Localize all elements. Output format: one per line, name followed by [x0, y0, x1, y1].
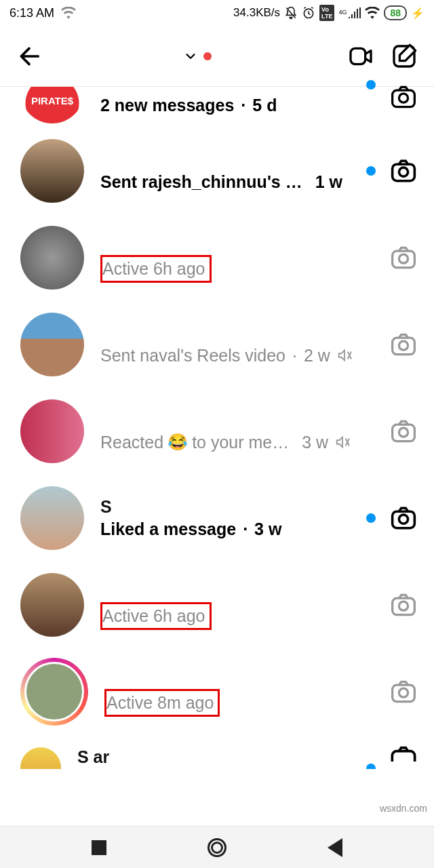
chat-username — [100, 233, 388, 255]
svg-point-8 — [399, 254, 408, 263]
camera-button[interactable] — [388, 329, 419, 360]
chat-content: Sent naval's Reels video · 2 w — [84, 322, 388, 368]
chat-preview: Active 8m ago — [104, 689, 388, 717]
status-bar: 6:13 AM 34.3KB/s VoLTE 4G 88 ⚡ — [0, 0, 434, 26]
active-status-highlight: Active 6h ago — [100, 602, 212, 630]
avatar[interactable] — [20, 313, 84, 376]
camera-button[interactable] — [388, 242, 419, 273]
back-button-nav[interactable] — [328, 838, 342, 857]
camera-button[interactable] — [388, 676, 419, 707]
muted-icon — [332, 435, 350, 450]
unread-dot — [366, 764, 376, 769]
avatar[interactable] — [20, 139, 84, 203]
compose-button[interactable] — [389, 41, 419, 71]
chat-preview: Sent naval's Reels video · 2 w — [100, 344, 388, 368]
svg-rect-1 — [351, 48, 366, 64]
chat-username — [100, 149, 361, 170]
chat-preview: 2 new messages · 5 d — [100, 94, 361, 117]
chat-preview: Liked a message · 3 w — [100, 517, 361, 541]
camera-button[interactable] — [388, 416, 419, 447]
chat-content: S ar — [61, 746, 361, 768]
svg-point-14 — [399, 515, 408, 524]
chat-row[interactable]: 2 new messages · 5 d — [0, 87, 434, 127]
chat-content: Sent rajesh_chinnuu's … 1 w — [84, 149, 361, 194]
camera-button[interactable] — [388, 589, 419, 620]
unread-dot — [366, 80, 376, 90]
avatar[interactable] — [20, 87, 84, 123]
charging-icon: ⚡ — [411, 7, 425, 20]
chat-username: S ar — [77, 746, 361, 768]
svg-point-6 — [399, 167, 408, 176]
avatar[interactable] — [20, 226, 84, 290]
svg-point-12 — [399, 428, 408, 437]
chat-username — [100, 409, 388, 431]
android-nav-bar — [0, 826, 434, 868]
chat-preview: Reacted 😂 to your me… 3 w — [100, 431, 388, 454]
unread-dot — [366, 166, 376, 176]
home-button[interactable] — [208, 838, 226, 857]
chat-username: S — [100, 496, 361, 517]
recents-button[interactable] — [92, 840, 106, 855]
chat-content: Reacted 😂 to your me… 3 w — [84, 409, 388, 454]
avatar[interactable] — [20, 747, 61, 769]
camera-button[interactable] — [388, 502, 419, 534]
svg-point-16 — [399, 601, 408, 610]
unread-dot — [366, 513, 376, 523]
chat-content: 2 new messages · 5 d — [84, 94, 361, 117]
video-call-button[interactable] — [346, 41, 376, 71]
chat-row[interactable]: Active 8m ago — [0, 648, 434, 735]
svg-point-10 — [399, 341, 408, 350]
chat-list[interactable]: 2 new messages · 5 d Sent rajesh_chinnuu… — [0, 87, 434, 769]
camera-button[interactable] — [388, 155, 419, 186]
signal-icon: 4G — [338, 7, 361, 18]
chat-row[interactable]: S Liked a message · 3 w — [0, 475, 434, 561]
chat-row[interactable]: Sent naval's Reels video · 2 w — [0, 301, 434, 388]
chat-username — [100, 580, 388, 602]
active-status-highlight: Active 8m ago — [104, 689, 220, 717]
chat-content: S Liked a message · 3 w — [84, 496, 361, 541]
avatar[interactable] — [20, 486, 84, 550]
chat-content: Active 6h ago — [84, 233, 388, 283]
account-switcher[interactable] — [57, 49, 332, 64]
battery-indicator: 88 — [384, 5, 407, 20]
camera-button[interactable] — [388, 81, 419, 113]
chat-row[interactable]: Active 6h ago — [0, 214, 434, 301]
avatar-with-story[interactable] — [20, 658, 88, 726]
chat-username — [104, 667, 388, 689]
data-rate: 34.3KB/s — [233, 6, 280, 20]
chevron-down-icon — [183, 49, 198, 64]
chat-content: Active 6h ago — [84, 580, 388, 630]
muted-icon — [334, 348, 352, 363]
volte-icon: VoLTE — [319, 5, 334, 21]
battery-percent: 88 — [390, 7, 401, 18]
wifi-icon-2 — [365, 7, 380, 19]
chat-preview: Active 6h ago — [100, 602, 388, 630]
chat-row[interactable]: Active 6h ago — [0, 561, 434, 648]
active-status-highlight: Active 6h ago — [100, 255, 212, 283]
clock-text: 6:13 AM — [9, 6, 54, 20]
notification-dot — [203, 52, 212, 60]
status-left: 6:13 AM — [9, 6, 76, 20]
app-header — [0, 26, 434, 87]
chat-username — [100, 322, 388, 344]
svg-rect-19 — [392, 751, 414, 762]
chat-preview: Sent rajesh_chinnuu's … 1 w — [100, 170, 361, 194]
svg-point-18 — [399, 688, 408, 697]
dnd-icon — [284, 6, 298, 20]
avatar[interactable] — [20, 399, 84, 463]
back-button[interactable] — [15, 42, 43, 71]
chat-content: Active 8m ago — [88, 667, 388, 717]
chat-row[interactable]: S ar — [0, 735, 434, 769]
chat-row[interactable]: Sent rajesh_chinnuu's … 1 w — [0, 127, 434, 214]
wifi-icon — [61, 7, 76, 19]
camera-button[interactable] — [388, 738, 419, 769]
status-right: 34.3KB/s VoLTE 4G 88 ⚡ — [233, 5, 425, 21]
chat-preview: Active 6h ago — [100, 255, 388, 283]
laugh-emoji: 😂 — [167, 431, 188, 454]
watermark: wsxdn.com — [380, 803, 427, 814]
alarm-icon — [302, 6, 315, 20]
svg-point-4 — [399, 94, 408, 102]
avatar[interactable] — [20, 573, 84, 637]
chat-row[interactable]: Reacted 😂 to your me… 3 w — [0, 388, 434, 475]
